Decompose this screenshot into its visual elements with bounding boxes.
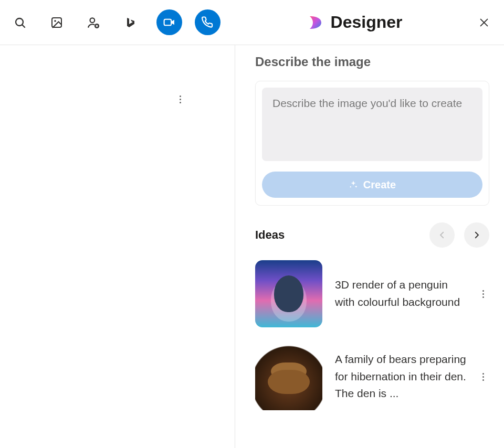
create-label: Create (363, 179, 396, 191)
idea-thumbnail (255, 260, 322, 327)
add-contact-icon[interactable] (83, 12, 104, 33)
idea-more-icon[interactable] (479, 370, 487, 384)
svg-point-3 (54, 20, 56, 22)
search-icon[interactable] (9, 12, 30, 33)
sparkle-icon (349, 180, 358, 189)
prompt-input[interactable] (262, 88, 482, 161)
svg-rect-6 (164, 19, 172, 25)
idea-thumbnail (255, 343, 322, 410)
idea-text: 3D render of a penguin with colourful ba… (335, 276, 467, 311)
designer-logo-icon (307, 14, 323, 31)
svg-line-1 (22, 25, 25, 27)
idea-item[interactable]: A family of bears preparing for hibernat… (255, 343, 489, 410)
audio-call-button[interactable] (195, 9, 220, 35)
ideas-next-button[interactable] (464, 222, 489, 248)
ideas-heading: Ideas (255, 228, 285, 242)
close-button[interactable] (474, 12, 495, 33)
idea-more-icon[interactable] (479, 287, 487, 301)
prompt-card: Create (255, 81, 489, 206)
gallery-icon[interactable] (46, 12, 67, 33)
bing-icon[interactable] (120, 12, 141, 33)
idea-item[interactable]: 3D render of a penguin with colourful ba… (255, 260, 489, 327)
describe-heading: Describe the image (255, 55, 489, 69)
more-options-icon[interactable] (180, 95, 181, 103)
create-button[interactable]: Create (262, 172, 482, 198)
svg-point-4 (90, 18, 95, 23)
designer-title: Designer (331, 13, 403, 32)
chat-pane (0, 45, 235, 448)
idea-text: A family of bears preparing for hibernat… (335, 351, 467, 402)
ideas-prev-button[interactable] (429, 222, 455, 248)
video-call-button[interactable] (156, 9, 182, 35)
